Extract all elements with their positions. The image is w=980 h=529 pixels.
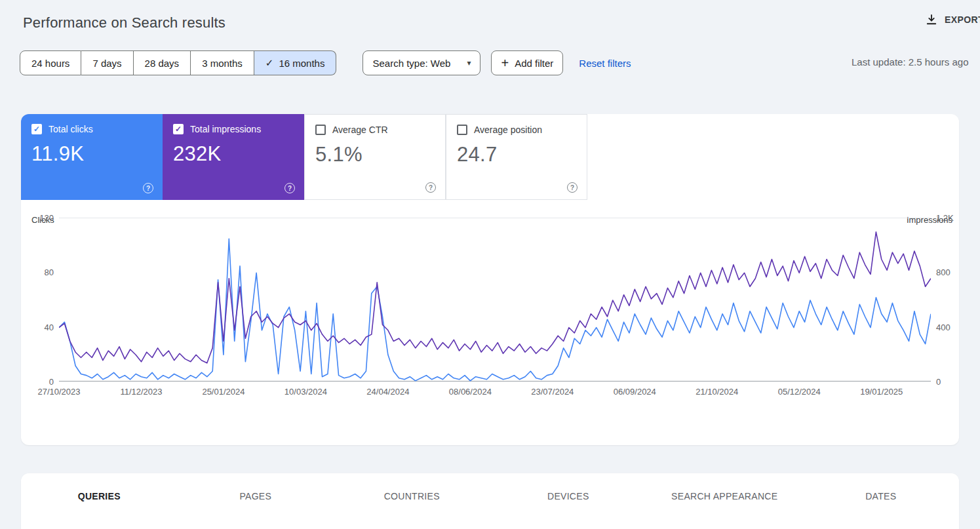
date-tick-label: 21/10/2024 (696, 387, 738, 397)
date-range-24-hours[interactable]: ✓ 24 hours (20, 50, 81, 75)
help-icon[interactable]: ? (425, 182, 436, 193)
metric-cards: ✓ Total clicks 11.9K ? ✓ Total impressio… (21, 114, 959, 200)
date-range-7-days[interactable]: ✓ 7 days (81, 50, 133, 75)
date-tick-label: 25/01/2024 (202, 387, 245, 397)
date-range-28-days[interactable]: ✓ 28 days (134, 50, 191, 75)
metric-card-average-ctr[interactable]: Average CTR 5.1% ? (304, 114, 446, 200)
plus-icon: + (501, 56, 509, 69)
impressions-axis-ticks: 04008001.2K (931, 218, 959, 382)
checkbox-total-clicks[interactable]: ✓ (31, 124, 42, 134)
date-range-3-months[interactable]: ✓ 3 months (191, 50, 254, 75)
date-tick-label: 08/06/2024 (449, 387, 492, 397)
help-icon[interactable]: ? (143, 183, 153, 193)
reset-filters-link[interactable]: Reset filters (579, 58, 631, 69)
performance-card: ✓ Total clicks 11.9K ? ✓ Total impressio… (21, 114, 959, 445)
total-clicks-value: 11.9K (31, 142, 152, 166)
axis-tick-label: 120 (39, 213, 54, 223)
axis-tick-label: 400 (936, 322, 951, 332)
date-tick-label: 05/12/2024 (778, 387, 821, 397)
export-button[interactable]: EXPORT (925, 13, 980, 26)
chart-plot-area[interactable] (59, 218, 931, 382)
clicks-line (59, 239, 931, 381)
export-label: EXPORT (945, 14, 980, 25)
axis-tick-label: 0 (49, 377, 54, 387)
search-type-dropdown[interactable]: Search type: Web ▾ (363, 50, 480, 75)
tab-queries[interactable]: QUERIES (21, 491, 178, 501)
checkbox-average-ctr[interactable] (315, 125, 326, 135)
tab-dates[interactable]: DATES (803, 491, 960, 501)
metric-card-average-position[interactable]: Average position 24.7 ? (446, 114, 587, 200)
date-tick-label: 10/03/2024 (284, 387, 327, 397)
date-range-16-months[interactable]: ✓ 16 months (254, 50, 337, 75)
filter-bar: ✓ 24 hours ✓ 7 days ✓ 28 days ✓ 3 months… (0, 50, 980, 76)
average-ctr-value: 5.1% (315, 143, 435, 167)
tab-devices[interactable]: DEVICES (490, 491, 647, 501)
check-icon: ✓ (265, 57, 274, 69)
axis-tick-label: 800 (936, 267, 951, 277)
page-header: Performance on Search results EXPORT (0, 0, 980, 43)
tab-countries[interactable]: COUNTRIES (334, 491, 490, 501)
clicks-axis-ticks: 04080120 (21, 218, 59, 382)
date-tick-label: 23/07/2024 (531, 387, 574, 397)
metric-card-total-clicks[interactable]: ✓ Total clicks 11.9K ? (21, 114, 163, 200)
checkbox-average-position[interactable] (457, 125, 467, 135)
last-update-text: Last update: 2.5 hours ago (852, 56, 968, 68)
axis-tick-label: 0 (936, 377, 941, 387)
date-tick-label: 24/04/2024 (366, 387, 409, 397)
date-axis-labels: 27/10/202311/12/202325/01/202410/03/2024… (59, 387, 931, 401)
page-title: Performance on Search results (23, 14, 225, 31)
add-filter-button[interactable]: + Add filter (491, 50, 563, 75)
checkbox-total-impressions[interactable]: ✓ (173, 124, 184, 134)
chevron-down-icon: ▾ (467, 58, 471, 68)
help-icon[interactable]: ? (567, 182, 578, 193)
date-tick-label: 19/01/2025 (860, 387, 903, 397)
axis-tick-label: 40 (45, 322, 54, 332)
axis-tick-label: 80 (45, 267, 54, 277)
impressions-line (59, 232, 931, 363)
average-position-value: 24.7 (457, 143, 576, 167)
date-tick-label: 27/10/2023 (37, 387, 80, 397)
dimensions-card: QUERIES PAGES COUNTRIES DEVICES SEARCH A… (21, 473, 959, 529)
help-icon[interactable]: ? (284, 183, 295, 193)
tab-search-appearance[interactable]: SEARCH APPEARANCE (646, 491, 803, 501)
tab-pages[interactable]: PAGES (178, 491, 334, 501)
axis-tick-label: 1.2K (936, 213, 954, 223)
total-impressions-value: 232K (173, 142, 294, 166)
date-range-selector: ✓ 24 hours ✓ 7 days ✓ 28 days ✓ 3 months… (20, 50, 336, 75)
date-tick-label: 11/12/2023 (120, 387, 162, 397)
performance-chart: Clicks Impressions 04080120 04008001.2K … (21, 218, 959, 401)
metric-card-total-impressions[interactable]: ✓ Total impressions 232K ? (163, 114, 304, 200)
date-tick-label: 06/09/2024 (614, 387, 656, 397)
dimension-tabs: QUERIES PAGES COUNTRIES DEVICES SEARCH A… (21, 473, 959, 519)
export-download-icon (925, 13, 938, 26)
